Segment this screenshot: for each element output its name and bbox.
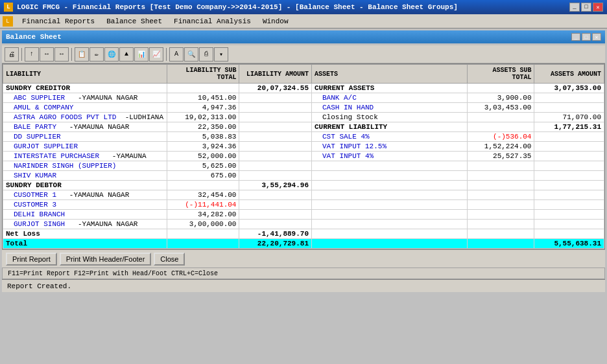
table-row: ABC SUPPLIER -YAMAUNA NAGAR 10,451.00 BA… bbox=[3, 93, 604, 103]
toolbar-expand2[interactable]: ↔ bbox=[54, 47, 69, 62]
toolbar-search[interactable]: 🔍 bbox=[184, 47, 198, 62]
table-row: DELHI BRANCH 34,282.00 bbox=[3, 210, 604, 220]
total-assets-amount: 5,55,638.31 bbox=[534, 239, 604, 249]
inner-maximize[interactable]: □ bbox=[582, 33, 591, 41]
bottom-toolbar: Print Report Print With Header/Footer Cl… bbox=[2, 249, 605, 267]
sundry-debtor-header: SUNDRY DEBTOR bbox=[3, 181, 167, 190]
toolbar-edit[interactable]: ✏ bbox=[89, 47, 104, 62]
menu-window[interactable]: Window bbox=[257, 16, 294, 27]
delhi-sub: 34,282.00 bbox=[167, 210, 239, 220]
status-text: Report Created. bbox=[7, 282, 71, 290]
current-liability-header: CURRENT LIABILITY bbox=[312, 122, 468, 132]
gurjot-supplier[interactable]: GURJOT SUPPLIER bbox=[3, 142, 167, 152]
amul-sub: 4,947.36 bbox=[167, 103, 239, 113]
table-row: AMUL & COMPANY 4,947.36 CASH IN HAND 3,0… bbox=[3, 103, 604, 113]
table-row: SUNDRY DEBTOR 3,55,294.96 bbox=[3, 181, 604, 190]
inner-window-title: Balance Sheet _ □ ✕ bbox=[2, 30, 605, 43]
gurjot-singh-sub: 3,00,000.00 bbox=[167, 220, 239, 229]
inner-minimize[interactable]: _ bbox=[571, 33, 580, 41]
amul-company[interactable]: AMUL & COMPANY bbox=[3, 103, 167, 113]
customer-3[interactable]: CUSTOMER 3 bbox=[3, 200, 167, 210]
current-assets-sub bbox=[468, 84, 534, 93]
header-liability: LIABILITY bbox=[3, 65, 167, 84]
interstate-purchaser: INTERSTATE PURCHASER -YAMAUNA bbox=[3, 152, 167, 161]
bale-sub: 22,350.00 bbox=[167, 122, 239, 132]
inner-close[interactable]: ✕ bbox=[592, 33, 601, 41]
maximize-button[interactable]: □ bbox=[581, 3, 591, 12]
status-bar: Report Created. bbox=[2, 279, 605, 292]
abc-supplier: ABC SUPPLIER -YAMAUNA NAGAR bbox=[3, 93, 167, 103]
astra-sub: 19,02,313.00 bbox=[167, 113, 239, 122]
total-label: Total bbox=[3, 239, 167, 249]
menu-balance-sheet[interactable]: Balance Sheet bbox=[101, 16, 167, 27]
cust3-sub: (-)11,441.04 bbox=[167, 200, 239, 210]
toolbar-sort-asc[interactable]: ↑ bbox=[25, 47, 39, 62]
table-row: NARINDER SINGH (SUPPIER) 5,625.00 bbox=[3, 161, 604, 171]
narinder-singh[interactable]: NARINDER SINGH (SUPPIER) bbox=[3, 161, 167, 171]
table-row: DD SUPPLIER 5,038.83 CST SALE 4% (-)536.… bbox=[3, 132, 604, 142]
vat-input-125[interactable]: VAT INPUT 12.5% bbox=[312, 142, 468, 152]
toolbar-filter[interactable]: A bbox=[169, 47, 184, 62]
cst-sub: (-)536.04 bbox=[468, 132, 534, 142]
table-row: SHIV KUMAR 675.00 bbox=[3, 171, 604, 181]
net-loss-amount: -1,41,889.70 bbox=[239, 229, 312, 239]
abc-supplier-sub: 10,451.00 bbox=[167, 93, 239, 103]
table-row: SUNDRY CREDITOR 20,07,324.55 CURRENT ASS… bbox=[3, 84, 604, 93]
total-row: Total 22,20,729.81 5,55,638.31 bbox=[3, 239, 604, 249]
app-menu-icon: L bbox=[3, 16, 13, 27]
header-assets: ASSETS bbox=[312, 65, 468, 84]
shiv-kumar[interactable]: SHIV KUMAR bbox=[3, 171, 167, 181]
toolbar-web[interactable]: 🌐 bbox=[104, 47, 119, 62]
menu-financial-reports[interactable]: Financial Reports bbox=[17, 16, 100, 27]
table-row: GURJOT SUPPLIER 3,924.36 VAT INPUT 12.5%… bbox=[3, 142, 604, 152]
window-controls: _ □ ✕ bbox=[569, 3, 603, 12]
header-liability-amount: LIABILITY AMOUNT bbox=[239, 65, 312, 84]
print-report-button[interactable]: Print Report bbox=[6, 253, 57, 266]
table-row: CUSTOMER 3 (-)11,441.04 bbox=[3, 200, 604, 210]
cash-in-hand[interactable]: CASH IN HAND bbox=[312, 103, 468, 113]
close-button[interactable]: ✕ bbox=[593, 3, 603, 12]
shortcut-bar: F11=Print Report F12=Print with Head/Foo… bbox=[2, 267, 605, 279]
dd-sub: 5,038.83 bbox=[167, 132, 239, 142]
table-row: BALE PARTY -YAMAUNA NAGAR 22,350.00 CURR… bbox=[3, 122, 604, 132]
header-assets-amount: ASSETS AMOUNT bbox=[534, 65, 604, 84]
toolbar-expand[interactable]: ↔ bbox=[40, 47, 54, 62]
delhi-branch[interactable]: DELHI BRANCH bbox=[3, 210, 167, 220]
main-content: LIABILITY LIABILITY SUB TOTAL LIABILITY … bbox=[2, 63, 605, 249]
toolbar-copy[interactable]: 📋 bbox=[75, 47, 89, 62]
minimize-button[interactable]: _ bbox=[569, 3, 580, 12]
app-icon: L bbox=[4, 3, 13, 12]
header-assets-sub: ASSETS SUB TOTAL bbox=[468, 65, 534, 84]
gurjot-sup-sub: 3,924.36 bbox=[167, 142, 239, 152]
table-row: CUSOTMER 1 -YAMAUNA NAGAR 32,454.00 bbox=[3, 190, 604, 200]
sundry-creditor-total: 20,07,324.55 bbox=[239, 84, 312, 93]
close-button-bottom[interactable]: Close bbox=[154, 253, 185, 266]
header-liability-sub: LIABILITY SUB TOTAL bbox=[167, 65, 239, 84]
vat-input-4[interactable]: VAT INPUT 4% bbox=[312, 152, 468, 161]
current-liability-total: 1,77,215.31 bbox=[534, 122, 604, 132]
toolbar-print[interactable]: 🖨 bbox=[5, 47, 19, 62]
customer-1: CUSOTMER 1 -YAMAUNA NAGAR bbox=[3, 190, 167, 200]
bank-ac-sub: 3,900.00 bbox=[468, 93, 534, 103]
total-liability-amount: 22,20,729.81 bbox=[239, 239, 312, 249]
menu-bar: L Financial Reports Balance Sheet Financ… bbox=[0, 14, 607, 28]
table-row: ASTRA AGRO FOODS PVT LTD -LUDHIANA 19,02… bbox=[3, 113, 604, 122]
dd-supplier[interactable]: DD SUPPLIER bbox=[3, 132, 167, 142]
toolbar-chart[interactable]: 📊 bbox=[134, 47, 149, 62]
closing-stock: Closing Stock bbox=[312, 113, 468, 122]
toolbar-print2[interactable]: ⎙ bbox=[199, 47, 213, 62]
sundry-creditor-header: SUNDRY CREDITOR bbox=[3, 84, 167, 93]
inner-title-text: Balance Sheet bbox=[6, 33, 62, 41]
bank-ac[interactable]: BANK A/C bbox=[312, 93, 468, 103]
cash-in-hand-sub: 3,03,453.00 bbox=[468, 103, 534, 113]
cst-sale[interactable]: CST SALE 4% bbox=[312, 132, 468, 142]
toolbar-graph[interactable]: 📈 bbox=[149, 47, 163, 62]
table-row: INTERSTATE PURCHASER -YAMAUNA 52,000.00 … bbox=[3, 152, 604, 161]
toolbar-up[interactable]: ▲ bbox=[119, 47, 134, 62]
vat-125-sub: 1,52,224.00 bbox=[468, 142, 534, 152]
print-with-header-button[interactable]: Print With Header/Footer bbox=[60, 253, 152, 266]
menu-financial-analysis[interactable]: Financial Analysis bbox=[169, 16, 256, 27]
toolbar-print3[interactable]: ▾ bbox=[214, 47, 228, 62]
title-bar: L LOGIC FMCG - Financial Reports [Test D… bbox=[0, 0, 607, 14]
net-loss-label: Net Loss bbox=[3, 229, 167, 239]
